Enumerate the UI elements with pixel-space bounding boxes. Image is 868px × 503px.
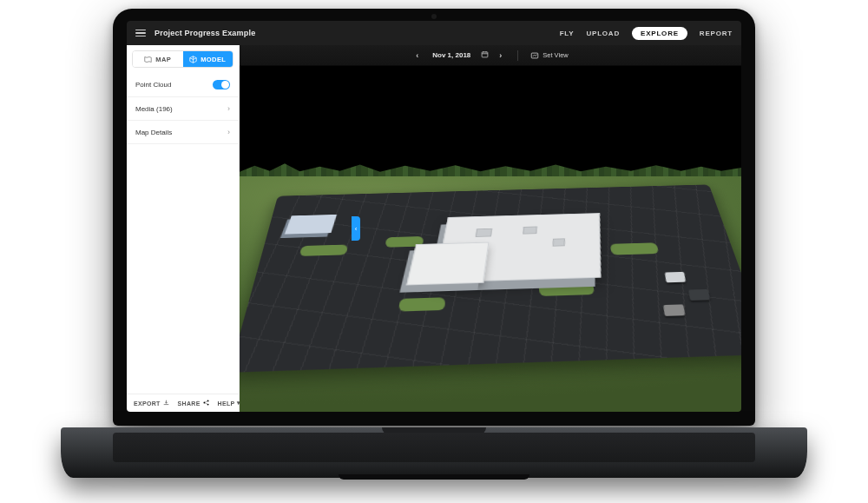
nav-fly[interactable]: FLY: [560, 30, 575, 37]
topbar: Project Progress Example FLY UPLOAD EXPL…: [127, 21, 741, 45]
sidebar-item-media[interactable]: Media (196) ›: [127, 97, 239, 121]
parking-lot-graphic: [240, 185, 741, 373]
camera-dot: [431, 14, 437, 19]
nav-upload[interactable]: UPLOAD: [586, 30, 620, 37]
view-mode-toggle: MAP MODEL: [132, 50, 233, 68]
sidebar: MAP MODEL Point Cloud: [127, 45, 240, 412]
tab-map-label: MAP: [155, 56, 171, 63]
sidebar-item-map-details[interactable]: Map Details ›: [127, 121, 239, 144]
tab-model-label: MODEL: [201, 56, 226, 63]
sidebar-footer: EXPORT SHARE HELP: [127, 394, 239, 412]
timeline-bar: ‹ Nov 1, 2018 › Set View: [240, 45, 741, 66]
sidebar-item-point-cloud[interactable]: Point Cloud: [127, 73, 239, 97]
set-view-label: Set View: [542, 51, 568, 59]
help-button[interactable]: HELP ▾: [218, 400, 241, 407]
menu-icon[interactable]: [135, 30, 146, 37]
current-date[interactable]: Nov 1, 2018: [432, 51, 470, 59]
set-view-button[interactable]: Set View: [530, 51, 568, 60]
building-graphic: [441, 214, 607, 283]
download-icon: [163, 400, 169, 407]
cube-icon: [189, 56, 197, 63]
project-title: Project Progress Example: [155, 29, 255, 37]
date-prev-button[interactable]: ‹: [412, 51, 422, 60]
share-icon: [203, 400, 209, 407]
tab-map[interactable]: MAP: [133, 51, 183, 67]
chevron-right-icon: ›: [227, 128, 230, 136]
svg-rect-3: [482, 52, 488, 57]
point-cloud-label: Point Cloud: [135, 81, 171, 89]
svg-point-2: [207, 404, 208, 406]
help-label: HELP: [218, 400, 235, 407]
main-panel: ‹ Nov 1, 2018 › Set View: [240, 45, 741, 412]
divider: [517, 50, 518, 61]
svg-point-0: [203, 402, 205, 404]
nav-explore[interactable]: EXPLORE: [632, 27, 687, 40]
share-button[interactable]: SHARE: [178, 400, 209, 407]
sidebar-collapse-button[interactable]: ‹: [352, 216, 360, 241]
app-body: MAP MODEL Point Cloud: [127, 45, 741, 412]
laptop-base: [61, 427, 807, 478]
map-icon: [144, 56, 152, 63]
export-button[interactable]: EXPORT: [134, 400, 169, 407]
point-cloud-toggle[interactable]: [213, 80, 230, 89]
export-label: EXPORT: [134, 400, 161, 407]
media-label: Media (196): [135, 105, 173, 113]
map-details-label: Map Details: [135, 129, 172, 136]
top-nav: FLY UPLOAD EXPLORE REPORT: [560, 27, 733, 40]
app-screen: Project Progress Example FLY UPLOAD EXPL…: [127, 21, 741, 412]
date-next-button[interactable]: ›: [496, 51, 505, 60]
calendar-icon[interactable]: [481, 50, 489, 60]
share-label: SHARE: [178, 400, 201, 407]
nav-report[interactable]: REPORT: [700, 30, 733, 37]
chevron-right-icon: ›: [227, 104, 230, 113]
screen-bezel: Project Progress Example FLY UPLOAD EXPL…: [113, 9, 755, 426]
laptop-mockup: Project Progress Example FLY UPLOAD EXPL…: [61, 9, 807, 478]
tab-model[interactable]: MODEL: [183, 51, 233, 67]
model-viewport[interactable]: [240, 66, 741, 412]
svg-point-1: [207, 400, 208, 401]
